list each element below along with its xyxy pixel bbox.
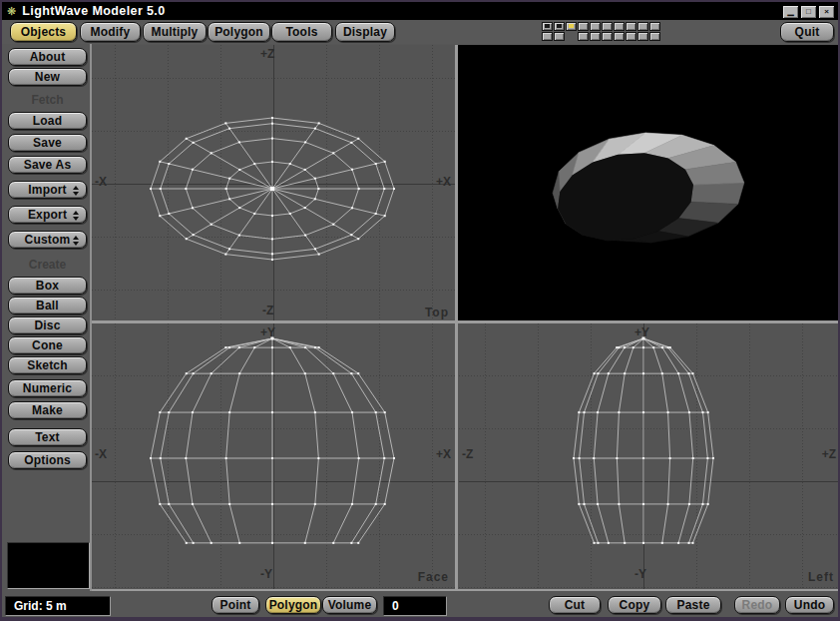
sidebar-item-disc[interactable]: Disc: [8, 316, 87, 334]
sidebar-item-save-as[interactable]: Save As: [8, 156, 87, 174]
sidebar-item-create: Create: [8, 258, 87, 272]
tab-polygon[interactable]: Polygon: [208, 22, 270, 42]
paste-button[interactable]: Paste: [665, 596, 721, 614]
sidebar-item-cone[interactable]: Cone: [8, 336, 87, 354]
spin-arrows-icon: [73, 236, 79, 246]
viewport-name: Top: [425, 306, 449, 319]
sidebar: AboutNewFetchLoadSaveSave AsImportExport…: [2, 44, 90, 591]
toolbar: ObjectsModifyMultiplyPolygonToolsDisplay…: [2, 20, 838, 44]
tab-display[interactable]: Display: [335, 22, 395, 42]
status-bar: Grid: 5 m PointPolygonVolume 0 CutCopyPa…: [2, 591, 838, 617]
viewport-preset-button[interactable]: [578, 22, 589, 31]
viewport-preset-button[interactable]: [637, 22, 648, 31]
axis-label-top: +Y: [260, 325, 275, 339]
viewport-preset-button[interactable]: [590, 32, 601, 41]
viewport-preset-button[interactable]: [602, 32, 613, 41]
close-button[interactable]: ×: [818, 5, 835, 19]
sidebar-item-import[interactable]: Import: [8, 181, 87, 199]
axis-label-left: -X: [95, 175, 107, 189]
viewport-name: Face: [418, 570, 449, 584]
axis-label-top: +Z: [260, 47, 274, 61]
wireframe-left-view: [459, 323, 838, 589]
axis-label-right: +Z: [822, 447, 836, 461]
viewport-preset-button[interactable]: [542, 22, 553, 31]
viewport-left[interactable]: +Y -Z +Z -Y Left: [459, 323, 838, 589]
sidebar-item-options[interactable]: Options: [8, 451, 87, 469]
viewport-name: Left: [808, 570, 834, 584]
app-icon: ❋: [7, 6, 16, 17]
axis-label-left: -Z: [462, 447, 473, 461]
sidebar-item-fetch: Fetch: [8, 93, 87, 107]
sidebar-item-box[interactable]: Box: [8, 277, 87, 295]
sidebar-item-text[interactable]: Text: [8, 428, 87, 446]
selection-counter-field[interactable]: 0: [383, 596, 447, 616]
mode-button-volume[interactable]: Volume: [322, 596, 377, 614]
sidebar-item-new[interactable]: New: [8, 68, 87, 86]
preset-indicator: [557, 24, 562, 28]
viewport-preset-button[interactable]: [542, 32, 553, 41]
viewport-preset-grid: [542, 22, 661, 42]
redo-button[interactable]: Redo: [734, 596, 780, 614]
viewport-preset-button[interactable]: [566, 22, 577, 31]
window-title: LightWave Modeler 5.0: [22, 4, 165, 18]
copy-button[interactable]: Copy: [608, 596, 661, 614]
undo-button[interactable]: Undo: [785, 596, 834, 614]
quit-button[interactable]: Quit: [780, 22, 834, 42]
tab-tools[interactable]: Tools: [271, 22, 332, 42]
viewport-preset-button[interactable]: [626, 22, 636, 31]
mini-preview-box: [7, 542, 90, 589]
spin-arrows-icon: [73, 211, 79, 221]
sidebar-item-about[interactable]: About: [8, 48, 87, 66]
tab-objects[interactable]: Objects: [10, 22, 77, 42]
client-area: AboutNewFetchLoadSaveSave AsImportExport…: [2, 44, 838, 617]
preset-indicator: [545, 24, 550, 28]
viewport-preset-button[interactable]: [626, 32, 636, 41]
viewport-preset-button[interactable]: [614, 32, 625, 41]
title-bar[interactable]: ❋ LightWave Modeler 5.0 ▁ □ ×: [2, 2, 838, 20]
axis-label-bottom: -Z: [262, 304, 273, 317]
sidebar-item-custom[interactable]: Custom: [8, 231, 87, 249]
viewport-preset-button[interactable]: [649, 22, 660, 31]
sidebar-item-ball[interactable]: Ball: [8, 297, 87, 314]
application-window: ❋ LightWave Modeler 5.0 ▁ □ × ObjectsMod…: [0, 0, 840, 621]
viewport-preset-button[interactable]: [602, 22, 613, 31]
axis-label-right: +X: [436, 175, 451, 189]
shaded-object-preview: [458, 45, 838, 320]
tab-multiply[interactable]: Multiply: [143, 22, 207, 42]
axis-label-top: +Y: [634, 325, 649, 339]
axis-label-right: +X: [436, 447, 451, 461]
sidebar-item-make[interactable]: Make: [8, 401, 87, 419]
mode-button-point[interactable]: Point: [211, 596, 259, 614]
spin-arrows-icon: [73, 186, 79, 196]
sidebar-item-save[interactable]: Save: [8, 134, 87, 152]
axis-label-bottom: -Y: [260, 567, 272, 581]
maximize-button[interactable]: □: [800, 5, 817, 19]
wireframe-top-view: [92, 45, 455, 320]
viewport-preset-button[interactable]: [578, 32, 589, 41]
viewport-face[interactable]: +Y -X +X -Y Face: [92, 323, 455, 589]
viewport-top[interactable]: +Z -X +X -Z Top: [92, 45, 455, 320]
viewport-preset-button[interactable]: [637, 32, 648, 41]
minimize-button[interactable]: ▁: [782, 5, 799, 19]
wireframe-face-view: [92, 323, 455, 589]
viewport-preview[interactable]: [458, 45, 838, 320]
sidebar-item-load[interactable]: Load: [8, 112, 87, 130]
tab-modify[interactable]: Modify: [80, 22, 141, 42]
mode-button-polygon[interactable]: Polygon: [265, 596, 321, 614]
sidebar-item-export[interactable]: Export: [8, 206, 87, 224]
grid-size-display: Grid: 5 m: [5, 596, 111, 616]
cut-button[interactable]: Cut: [549, 596, 601, 614]
sidebar-item-sketch[interactable]: Sketch: [8, 356, 87, 374]
viewport-preset-button[interactable]: [554, 32, 565, 41]
axis-label-left: -X: [95, 447, 107, 461]
viewport-preset-button[interactable]: [649, 32, 660, 41]
axis-label-bottom: -Y: [634, 567, 646, 581]
viewport-preset-button[interactable]: [614, 22, 625, 31]
sidebar-item-numeric[interactable]: Numeric: [8, 379, 87, 397]
viewport-preset-button[interactable]: [554, 22, 565, 31]
preset-indicator: [569, 24, 574, 28]
viewport-preset-button[interactable]: [590, 22, 601, 31]
